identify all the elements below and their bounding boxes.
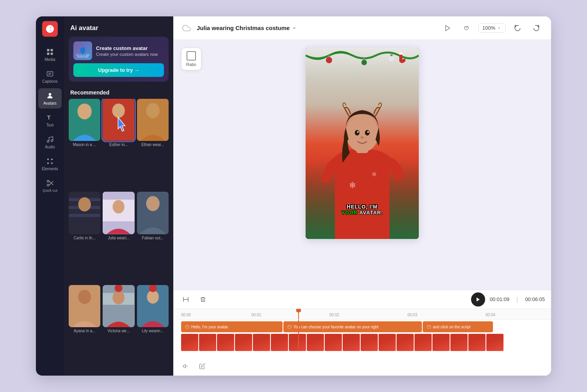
- svg-point-65: [361, 136, 364, 139]
- svg-point-53: [389, 56, 394, 61]
- undo-button[interactable]: [511, 21, 525, 35]
- svg-point-60: [346, 115, 379, 152]
- svg-point-9: [47, 141, 49, 143]
- avatar-thumb-ayana[interactable]: [69, 285, 100, 327]
- svg-point-15: [47, 180, 49, 182]
- timeline-area: 00:01:09 | 00:06:05 00:00 00:01 0: [173, 290, 551, 376]
- avatar-item-mason[interactable]: Mason in a ...: [69, 99, 100, 189]
- avatar-thumb-mason[interactable]: [69, 99, 100, 141]
- recommended-label: Recommended: [64, 86, 173, 99]
- sidebar-item-text[interactable]: T Text: [38, 110, 62, 130]
- avatar-thumb-victoria[interactable]: [103, 285, 134, 327]
- svg-point-33: [78, 198, 91, 212]
- timeline-play-button[interactable]: [471, 292, 485, 306]
- sidebar-item-quickcut[interactable]: Quick cut: [38, 176, 62, 196]
- avatar-thumb-julia[interactable]: [103, 192, 134, 234]
- avatar-thumb-carlie[interactable]: [69, 192, 100, 234]
- avatar-thumb-esther[interactable]: [103, 99, 134, 141]
- avatar-label-carlie: Carlie in th...: [69, 236, 100, 240]
- cloud-icon: [181, 23, 192, 34]
- svg-rect-55: [399, 53, 402, 55]
- sidebar-item-avatars[interactable]: Avatars: [38, 88, 62, 109]
- text-icon: T: [46, 113, 54, 122]
- avatar-label-julia: Julia weari...: [103, 236, 134, 240]
- filmstrip-frame-16: [450, 334, 468, 351]
- ruler-mark-4: 00:04: [486, 313, 495, 317]
- avatar-item-ethan[interactable]: Ethan wear...: [137, 99, 169, 189]
- edit-button[interactable]: [196, 360, 208, 372]
- svg-point-16: [47, 184, 49, 186]
- svg-point-62: [365, 130, 370, 135]
- avatar-label-esther: Esther in...: [103, 143, 134, 147]
- avatar-item-victoria[interactable]: Victoria we...: [103, 285, 134, 376]
- trim-button[interactable]: [180, 293, 192, 306]
- canvas-area: Ratio: [173, 40, 551, 290]
- sidebar-item-avatars-label: Avatars: [43, 101, 57, 105]
- sidebar-item-audio[interactable]: Audio: [38, 132, 62, 152]
- upgrade-button[interactable]: Upgrade to try →: [73, 63, 164, 77]
- svg-point-40: [78, 290, 91, 304]
- filmstrip-frame-9: [325, 334, 342, 351]
- sidebar-item-quickcut-label: Quick cut: [43, 189, 57, 193]
- hand-tool-button[interactable]: [459, 21, 473, 35]
- sidebar-item-text-label: Text: [46, 123, 53, 127]
- clip-1[interactable]: Hello, I'm your avatar.: [181, 321, 283, 332]
- filmstrip-frame-11: [361, 334, 378, 351]
- svg-point-43: [113, 291, 125, 304]
- avatar-label-ethan: Ethan wear...: [137, 143, 169, 147]
- clip-3[interactable]: and click on the script: [423, 321, 493, 332]
- elements-icon: [46, 157, 54, 166]
- avatar-item-carlie[interactable]: Carlie in th...: [69, 192, 100, 282]
- current-time: 00:01:09: [490, 296, 510, 302]
- svg-point-10: [51, 140, 53, 142]
- avatar-item-lily[interactable]: Lily wearin...: [137, 285, 169, 376]
- sidebar-item-elements-label: Elements: [42, 167, 58, 171]
- svg-line-17: [49, 181, 53, 185]
- svg-point-14: [51, 162, 53, 164]
- avatar-label-lily: Lily wearin...: [137, 329, 169, 333]
- filmstrip-frame-8: [307, 334, 324, 351]
- project-title: Julia wearing Christmas costume: [197, 25, 290, 31]
- filmstrip-frame-6: [271, 334, 288, 351]
- app-logo: [42, 21, 58, 37]
- ratio-button[interactable]: Ratio: [181, 48, 201, 70]
- avatar-thumb-ethan[interactable]: [137, 99, 169, 141]
- custom-avatar-thumbnail: 👤 CUSTOM AVATAR: [73, 41, 92, 60]
- project-title-dropdown[interactable]: Julia wearing Christmas costume: [197, 25, 297, 31]
- subtitle-line1: HELLO, I'M: [342, 204, 383, 210]
- avatar-label-ayana: Ayana in a...: [69, 329, 100, 333]
- avatar-item-julia[interactable]: Julia weari...: [103, 192, 134, 282]
- avatar-grid: Mason in a ... Esther in.: [64, 99, 173, 376]
- svg-point-49: [326, 57, 332, 63]
- avatar-thumb-lily[interactable]: [137, 285, 169, 327]
- ruler-mark-1: 00:01: [251, 313, 261, 317]
- filmstrip-frame-14: [414, 334, 432, 351]
- svg-rect-54: [390, 54, 393, 56]
- avatar-julia-svg: ❄ ❄ ❄: [319, 94, 405, 239]
- avatar-thumb-fabian[interactable]: [137, 192, 169, 234]
- timeline-scroll[interactable]: 00:00 00:01 00:02 00:03 00:04: [173, 309, 551, 376]
- avatar-item-esther[interactable]: Esther in...: [103, 99, 134, 189]
- clip-2[interactable]: You can choose your favorite avatar on y…: [283, 321, 422, 332]
- ratio-label: Ratio: [186, 62, 196, 67]
- sidebar-item-captions[interactable]: Captions: [38, 66, 62, 87]
- sidebar-item-media[interactable]: Media: [38, 45, 62, 65]
- zoom-control[interactable]: 100%: [478, 23, 506, 33]
- sidebar-item-elements[interactable]: Elements: [38, 154, 62, 174]
- svg-point-63: [357, 131, 359, 133]
- delete-button[interactable]: [197, 293, 209, 306]
- svg-point-26: [112, 103, 125, 118]
- captions-icon: [46, 69, 54, 78]
- svg-marker-76: [183, 364, 185, 368]
- play-preview-button[interactable]: [441, 21, 455, 35]
- redo-button[interactable]: [529, 21, 543, 35]
- svg-point-51: [361, 60, 367, 65]
- top-bar: Julia wearing Christmas costume: [173, 16, 551, 40]
- svg-point-7: [49, 93, 52, 96]
- avatar-item-fabian[interactable]: Fabian out...: [137, 192, 169, 282]
- svg-point-36: [113, 200, 125, 214]
- svg-text:❄: ❄: [349, 180, 356, 190]
- volume-button[interactable]: [180, 360, 192, 372]
- avatar-item-ayana[interactable]: Ayana in a...: [69, 285, 100, 376]
- svg-point-61: [355, 130, 359, 135]
